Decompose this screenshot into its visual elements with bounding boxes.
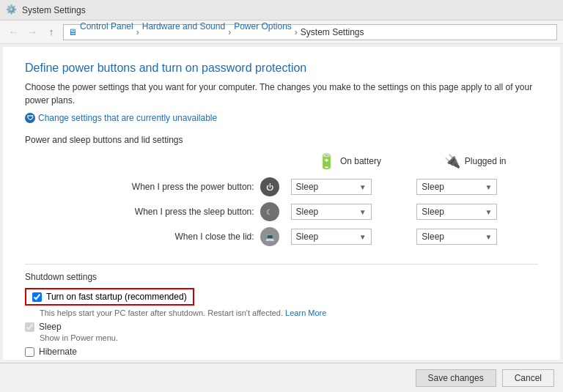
breadcrumb: 🖥 Control Panel › Hardware and Sound › P… [63, 24, 557, 40]
plug-icon: 🔌 [444, 153, 460, 169]
sleep-button-icon: ☾ [260, 202, 279, 221]
power-button-icon: ⏻ [260, 177, 279, 196]
lid-row-label: When I close the lid: [175, 232, 254, 242]
window-title: System Settings [22, 5, 86, 15]
power-plugged-dropdown[interactable]: Sleep ▼ [416, 179, 497, 195]
hibernate-label: Hibernate [39, 347, 77, 357]
address-bar: ← → ↑ 🖥 Control Panel › Hardware and Sou… [0, 21, 563, 44]
back-button[interactable]: ← [6, 25, 21, 40]
sleep-subtext: Show in Power menu. [40, 333, 538, 342]
sleep-checkbox[interactable] [25, 322, 34, 332]
pluggedin-column-header: 🔌 Plugged in [412, 152, 538, 174]
battery-icon: 🔋 [317, 152, 336, 170]
change-settings-link[interactable]: 🛡 Change settings that are currently una… [25, 113, 538, 123]
breadcrumb-current: System Settings [301, 27, 364, 37]
lid-battery-dropdown[interactable]: Sleep ▼ [291, 229, 372, 245]
hibernate-subtext: Show in Power menu. [40, 358, 538, 360]
save-changes-button[interactable]: Save changes [416, 369, 496, 387]
sleep-plugged-dropdown[interactable]: Sleep ▼ [416, 204, 497, 220]
chevron-down-icon: ▼ [485, 233, 492, 241]
breadcrumb-folder-icon: 🖥 [68, 27, 77, 37]
fast-startup-highlight: Turn on fast startup (recommended) [25, 288, 194, 306]
page-description: Choose the power settings that you want … [25, 81, 538, 107]
sleep-label: Sleep [39, 322, 62, 332]
sleep-battery-dropdown[interactable]: Sleep ▼ [291, 204, 372, 220]
breadcrumb-power[interactable]: Power Options [234, 21, 292, 32]
power-table: 🔋 On battery 🔌 Plugged in When I press [25, 152, 538, 249]
table-row: When I press the power button: ⏻ Sleep ▼… [25, 174, 538, 199]
forward-button[interactable]: → [25, 25, 40, 40]
learn-more-link[interactable]: Learn More [285, 308, 326, 317]
power-battery-dropdown[interactable]: Sleep ▼ [291, 179, 372, 195]
fast-startup-container: Turn on fast startup (recommended) This … [25, 288, 538, 317]
page-title: Define power buttons and turn on passwor… [25, 62, 538, 75]
power-row-label: When I press the power button: [132, 182, 254, 192]
section-label: Power and sleep buttons and lid settings [25, 135, 538, 145]
shield-icon: 🛡 [25, 113, 35, 123]
sleep-checkbox-container: Sleep [25, 322, 538, 332]
divider [25, 264, 538, 265]
chevron-down-icon: ▼ [359, 183, 367, 191]
hibernate-checkbox[interactable] [25, 347, 34, 357]
breadcrumb-hardware[interactable]: Hardware and Sound [142, 21, 225, 32]
chevron-down-icon: ▼ [485, 208, 492, 216]
shutdown-title: Shutdown settings [25, 272, 538, 282]
window-icon: ⚙️ [6, 4, 18, 16]
lid-icon: 💻 [260, 227, 279, 246]
sleep-row-label: When I press the sleep button: [135, 207, 254, 217]
table-row: When I press the sleep button: ☾ Sleep ▼… [25, 199, 538, 224]
footer: Save changes Cancel [0, 363, 563, 392]
chevron-down-icon: ▼ [359, 233, 367, 241]
main-content: Define power buttons and turn on passwor… [3, 47, 560, 360]
lid-plugged-dropdown[interactable]: Sleep ▼ [416, 229, 497, 245]
cancel-button[interactable]: Cancel [502, 369, 554, 387]
battery-column-header: 🔋 On battery [287, 152, 413, 174]
fast-startup-subtext: This helps start your PC faster after sh… [40, 308, 538, 317]
fast-startup-checkbox[interactable] [32, 292, 42, 302]
table-row: When I close the lid: 💻 Sleep ▼ Sleep ▼ [25, 224, 538, 249]
hibernate-checkbox-container: Hibernate [25, 347, 538, 357]
up-button[interactable]: ↑ [44, 25, 59, 40]
breadcrumb-control-panel[interactable]: Control Panel [80, 21, 133, 32]
chevron-down-icon: ▼ [485, 183, 492, 191]
fast-startup-label: Turn on fast startup (recommended) [46, 292, 187, 302]
chevron-down-icon: ▼ [359, 208, 367, 216]
title-bar: ⚙️ System Settings [0, 0, 563, 21]
